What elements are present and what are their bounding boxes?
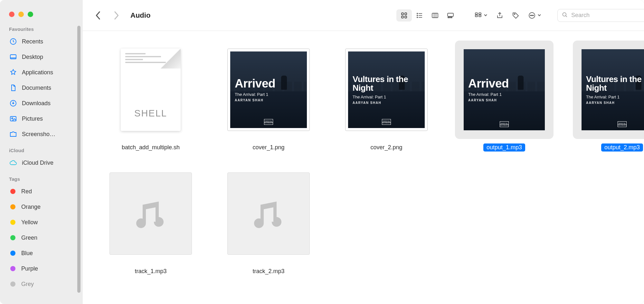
svg-point-21 — [514, 14, 515, 14]
sidebar-item-label: Pictures — [22, 115, 43, 122]
tag-label: Yellow — [21, 219, 38, 226]
forward-button[interactable] — [110, 9, 122, 22]
svg-point-24 — [532, 15, 532, 15]
file-item[interactable]: Vultures in the Night The Arrival: Part … — [337, 41, 436, 152]
group-by-button[interactable] — [474, 9, 488, 22]
audio-file-icon — [227, 172, 310, 255]
view-columns-button[interactable] — [427, 9, 443, 22]
file-name: cover_1.png — [249, 143, 288, 152]
close-button[interactable] — [9, 12, 14, 17]
pictures-icon — [9, 115, 17, 123]
image-file-icon: Vultures in the Night The Arrival: Part … — [345, 49, 428, 131]
album-title: Arrived — [468, 78, 545, 90]
svg-rect-20 — [479, 15, 481, 17]
sidebar-item-screenshots[interactable]: Screensho… — [0, 126, 83, 142]
sidebar: Favourites Recents Desktop Applications — [0, 0, 83, 304]
desktop-icon — [9, 53, 17, 61]
file-name: batch_add_multiple.sh — [118, 143, 183, 152]
album-artist: AARYAN SHAH — [235, 98, 307, 102]
svg-rect-13 — [448, 13, 453, 16]
file-item[interactable]: Arrived The Arrival: Part 1 AARYAN SHAH … — [219, 41, 318, 152]
file-item[interactable]: SHELL batch_add_multiple.sh — [101, 41, 200, 152]
file-item[interactable]: track_1.mp3 — [101, 164, 200, 275]
svg-rect-17 — [475, 13, 478, 14]
file-type-label: SHELL — [121, 108, 181, 119]
file-name: cover_2.png — [367, 143, 405, 152]
sidebar-tag-orange[interactable]: Orange — [0, 199, 83, 215]
back-button[interactable] — [92, 9, 104, 22]
tag-label: Red — [21, 188, 32, 195]
tag-label: Orange — [21, 204, 41, 210]
location-title: Audio — [130, 11, 150, 20]
sidebar-item-recents[interactable]: Recents — [0, 34, 83, 49]
sidebar-item-label: Recents — [22, 38, 43, 45]
sidebar-tag-green[interactable]: Green — [0, 230, 83, 245]
tag-dot-icon — [10, 220, 15, 225]
clock-icon — [9, 37, 17, 46]
file-grid-area[interactable]: SHELL batch_add_multiple.sh Arrived The … — [83, 31, 644, 304]
file-name: output_2.mp3 — [601, 143, 643, 152]
sidebar-tag-grey[interactable]: Grey — [0, 276, 83, 292]
album-artist: AARYAN SHAH — [468, 98, 545, 102]
tag-button[interactable] — [512, 9, 520, 22]
tag-label: Green — [21, 235, 37, 241]
file-item[interactable]: Arrived The Arrival: Part 1 AARYAN SHAH … — [455, 41, 554, 152]
search-input[interactable] — [571, 12, 644, 19]
sidebar-item-documents[interactable]: Documents — [0, 80, 83, 96]
file-item[interactable]: Vultures in the Night The Arrival: Part … — [573, 41, 644, 152]
view-list-button[interactable] — [412, 9, 427, 22]
svg-rect-14 — [448, 17, 449, 18]
sidebar-item-desktop[interactable]: Desktop — [0, 49, 83, 65]
svg-rect-19 — [479, 13, 481, 14]
sidebar-tag-purple[interactable]: Purple — [0, 261, 83, 276]
file-thumbnail: SHELL — [101, 41, 200, 139]
toolbar-right-group — [474, 9, 541, 22]
finder-window: Favourites Recents Desktop Applications — [0, 0, 644, 304]
svg-rect-18 — [475, 15, 478, 17]
svg-rect-7 — [402, 16, 403, 18]
svg-rect-6 — [405, 13, 407, 15]
sidebar-item-applications[interactable]: Applications — [0, 65, 83, 80]
downloads-icon — [9, 99, 17, 107]
file-name: track_1.mp3 — [131, 267, 170, 275]
sidebar-section-icloud: iCloud — [0, 148, 83, 155]
tag-label: Grey — [21, 281, 34, 288]
minimize-button[interactable] — [18, 12, 24, 17]
tag-dot-icon — [10, 235, 15, 240]
audio-file-with-art-icon: Vultures in the Night The Arrival: Part … — [582, 49, 644, 130]
chevron-down-icon — [537, 13, 541, 18]
sidebar-tag-blue[interactable]: Blue — [0, 245, 83, 261]
cloud-icon — [9, 159, 17, 167]
share-button[interactable] — [496, 9, 504, 22]
file-thumbnail: Vultures in the Night The Arrival: Part … — [337, 41, 436, 139]
svg-rect-1 — [10, 55, 16, 59]
sidebar-item-icloud-drive[interactable]: iCloud Drive — [0, 155, 83, 170]
sidebar-item-label: Applications — [22, 69, 53, 76]
sidebar-content: Favourites Recents Desktop Applications — [0, 21, 83, 304]
view-gallery-button[interactable] — [443, 9, 458, 22]
chevron-down-icon — [484, 13, 488, 18]
sidebar-tag-red[interactable]: Red — [0, 184, 83, 199]
sidebar-item-label: Desktop — [22, 54, 43, 60]
file-thumbnail: Arrived The Arrival: Part 1 AARYAN SHAH … — [455, 41, 554, 139]
svg-rect-16 — [451, 17, 452, 18]
sidebar-scrollbar[interactable] — [77, 26, 80, 293]
album-subtitle: The Arrival: Part 1 — [353, 95, 425, 99]
parental-advisory-icon: PARENTALADVISORY — [618, 121, 627, 127]
file-thumbnail: Vultures in the Night The Arrival: Part … — [573, 41, 644, 139]
action-menu-button[interactable] — [528, 9, 541, 22]
view-icons-button[interactable] — [396, 9, 412, 22]
sidebar-item-pictures[interactable]: Pictures — [0, 111, 83, 126]
fullscreen-button[interactable] — [28, 12, 33, 17]
file-item[interactable]: track_2.mp3 — [219, 164, 318, 275]
sidebar-item-downloads[interactable]: Downloads — [0, 96, 83, 111]
svg-point-26 — [563, 13, 566, 16]
audio-file-with-art-icon: Arrived The Arrival: Part 1 AARYAN SHAH … — [464, 49, 545, 130]
svg-rect-5 — [402, 13, 403, 15]
search-box[interactable] — [557, 9, 644, 22]
main-area: Audio — [83, 0, 644, 304]
file-name: track_2.mp3 — [249, 267, 288, 275]
sidebar-tag-yellow[interactable]: Yellow — [0, 215, 83, 230]
svg-point-11 — [417, 17, 418, 17]
svg-point-23 — [530, 15, 531, 15]
